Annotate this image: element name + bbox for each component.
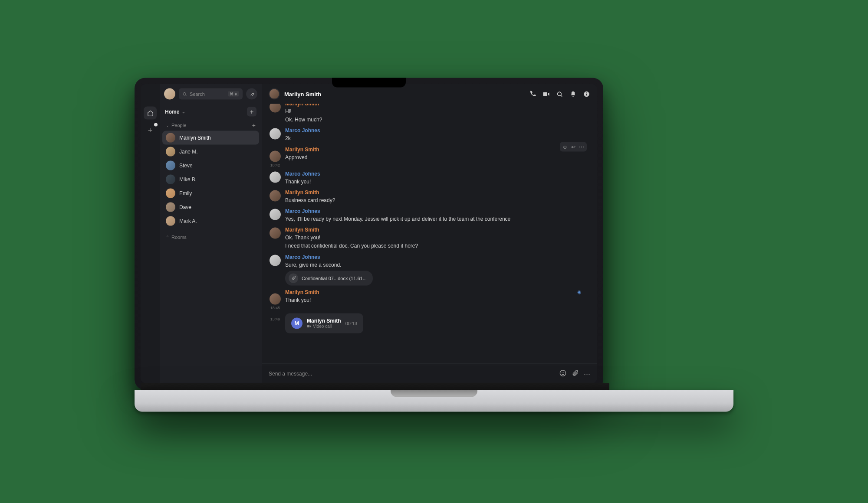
- person-name: Mike B.: [179, 176, 197, 183]
- message-avatar: [270, 150, 281, 162]
- messaging-app: + Search ⌘ K: [141, 84, 597, 383]
- emoji-icon: [559, 369, 566, 376]
- emoji-button[interactable]: [559, 369, 566, 377]
- message-list[interactable]: Marilyn SmithHi!Ok. How much?Marco Johne…: [262, 104, 597, 363]
- message-sender: Marco Johnes: [285, 127, 589, 134]
- people-list: Marilyn SmithJane M.SteveMike B.EmilyDav…: [160, 131, 262, 228]
- call-card[interactable]: M Marilyn Smith Video call 00:13: [285, 313, 363, 333]
- home-rail-button[interactable]: [144, 107, 157, 120]
- person-avatar: [166, 147, 175, 157]
- message-sender: Marilyn Smith: [285, 146, 589, 152]
- compose-button[interactable]: [246, 88, 257, 100]
- more-actions-button[interactable]: ⋯: [579, 144, 584, 150]
- message-group: Marco JohnesYes, it'll be ready by next …: [270, 206, 589, 224]
- message-sender: Marilyn Smith: [285, 104, 589, 107]
- user-avatar[interactable]: [164, 88, 175, 100]
- person-name: Dave: [179, 204, 191, 210]
- home-label: Home: [165, 109, 179, 115]
- info-icon: [583, 91, 590, 97]
- sidebar-person[interactable]: Mark A.: [162, 214, 259, 228]
- svg-point-2: [558, 92, 562, 96]
- person-avatar: [166, 175, 175, 184]
- message-avatar: [270, 209, 281, 220]
- people-section-toggle[interactable]: ⌄ People: [166, 123, 186, 128]
- paperclip-icon: [572, 369, 579, 376]
- message-avatar: [270, 255, 281, 266]
- sidebar-person[interactable]: Mike B.: [162, 173, 259, 186]
- message-group: Marco Johnes2k: [270, 125, 589, 144]
- message-text: Business card ready?: [285, 196, 589, 204]
- sidebar-person[interactable]: Steve: [162, 159, 259, 173]
- call-timestamp: 13:49: [270, 310, 281, 321]
- message-group: Marilyn SmithBusiness card ready?: [270, 186, 589, 205]
- message-sender: Marco Johnes: [285, 208, 589, 214]
- compose-icon: [249, 91, 255, 97]
- react-button[interactable]: ☺: [562, 144, 568, 150]
- search-chat-button[interactable]: [556, 90, 563, 98]
- chat-title: Marilyn Smith: [284, 91, 525, 97]
- message-sender: Marco Johnes: [285, 170, 589, 176]
- info-button[interactable]: [583, 90, 590, 98]
- svg-point-5: [586, 92, 587, 93]
- rooms-section-toggle[interactable]: ⌃ Rooms: [166, 235, 187, 240]
- message-actions: ☺↩⋯: [560, 142, 587, 151]
- message-timestamp: 18:45: [270, 289, 281, 310]
- message-group: Marco JohnesThank you!: [270, 168, 589, 186]
- people-section-label: People: [171, 123, 186, 128]
- search-input[interactable]: Search ⌘ K: [179, 88, 243, 100]
- call-event: 13:49 M Marilyn Smith Video call 00:13: [270, 310, 589, 336]
- svg-point-9: [563, 372, 564, 373]
- add-space-button[interactable]: +: [144, 124, 157, 137]
- person-name: Steve: [179, 163, 193, 169]
- sidebar-person[interactable]: Jane M.: [162, 145, 259, 159]
- message-text: Approved: [285, 153, 589, 161]
- svg-point-7: [560, 370, 566, 376]
- sidebar-person[interactable]: Emily: [162, 186, 259, 200]
- add-person-button[interactable]: +: [252, 122, 256, 129]
- more-button[interactable]: ⋯: [584, 369, 590, 377]
- chat-panel: Marilyn Smith Marilyn SmithHi!Ok. How mu…: [262, 84, 597, 383]
- paperclip-icon: [289, 273, 298, 283]
- laptop-notch: [332, 78, 406, 88]
- message-group: Marilyn SmithHi!Ok. How much?: [270, 104, 589, 125]
- video-icon: [542, 90, 550, 98]
- message-text: I need that confidential doc. Can you pl…: [285, 242, 589, 250]
- person-name: Jane M.: [179, 149, 198, 155]
- svg-rect-6: [307, 325, 309, 327]
- svg-rect-1: [543, 92, 547, 96]
- attach-button[interactable]: [572, 369, 579, 377]
- chat-avatar[interactable]: [269, 88, 280, 100]
- file-attachment[interactable]: Confidential-07...docx (11.61...: [285, 271, 373, 285]
- message-sender: Marilyn Smith: [285, 289, 589, 295]
- message-input[interactable]: Send a message...: [269, 370, 554, 376]
- chat-header: Marilyn Smith: [262, 84, 597, 104]
- call-name: Marilyn Smith: [307, 318, 341, 324]
- sidebar-person[interactable]: Marilyn Smith: [162, 131, 259, 145]
- sidebar-person[interactable]: Dave: [162, 200, 259, 214]
- chevron-down-icon: ⌄: [166, 123, 169, 127]
- search-icon: [182, 91, 187, 96]
- composer: Send a message... ⋯: [262, 363, 597, 383]
- rooms-section-label: Rooms: [171, 235, 187, 240]
- message-text: 2k: [285, 134, 589, 143]
- notifications-button[interactable]: [569, 90, 577, 98]
- message-group: Marco JohnesSure, give me a second.Confi…: [270, 251, 589, 286]
- message-avatar: [270, 190, 281, 201]
- home-dropdown[interactable]: Home ⌄: [165, 109, 185, 115]
- reply-button[interactable]: ↩: [571, 144, 575, 150]
- sidebar: Search ⌘ K Home ⌄ +: [160, 84, 262, 383]
- video-icon: [307, 324, 311, 328]
- person-avatar: [166, 161, 175, 170]
- message-avatar: [270, 104, 281, 113]
- add-button[interactable]: +: [247, 107, 256, 117]
- message-timestamp: 18:42: [270, 146, 281, 167]
- voice-call-button[interactable]: [529, 90, 536, 98]
- phone-icon: [529, 91, 536, 98]
- svg-point-0: [183, 92, 186, 95]
- search-placeholder: Search: [190, 91, 205, 97]
- person-avatar: [166, 216, 175, 226]
- person-avatar: [166, 133, 175, 143]
- video-call-button[interactable]: [542, 90, 550, 98]
- search-icon: [556, 91, 563, 97]
- laptop-base: [135, 390, 733, 412]
